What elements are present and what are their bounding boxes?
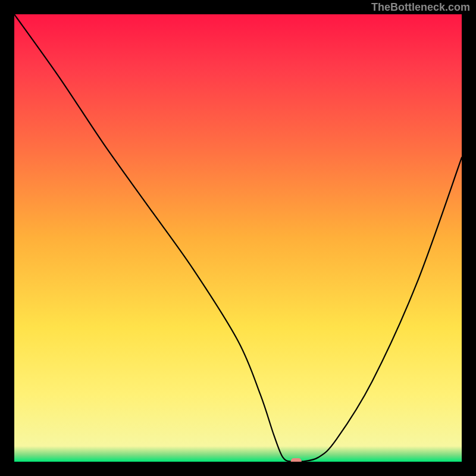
- watermark-label: TheBottleneck.com: [371, 1, 470, 14]
- marker-point: [291, 458, 302, 462]
- plot-area: [14, 14, 462, 462]
- gradient-background: [14, 14, 462, 462]
- chart-container: TheBottleneck.com: [0, 0, 476, 476]
- bottleneck-chart: [14, 14, 462, 462]
